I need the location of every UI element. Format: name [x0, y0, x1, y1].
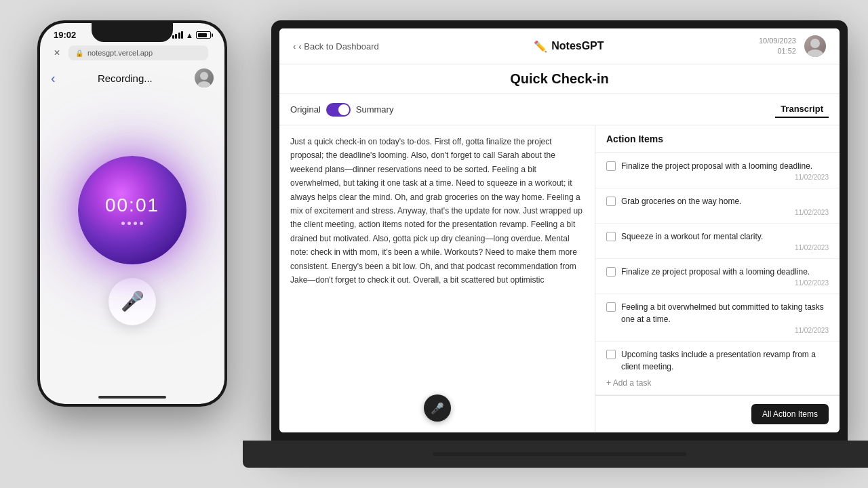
- back-arrow-icon: ‹: [293, 41, 296, 52]
- orb-timer: 00:01: [105, 195, 159, 216]
- action-item-text-3: Finalize ze project proposal with a loom…: [621, 266, 829, 278]
- phone-mic-icon: 🎤: [121, 290, 144, 312]
- back-to-dashboard-link[interactable]: ‹ ‹ Back to Dashboard: [293, 41, 379, 52]
- notesgpt-logo-icon: ✏️: [534, 40, 547, 53]
- orb-dots: [121, 222, 143, 225]
- action-item-checkbox-1[interactable]: [606, 197, 616, 206]
- action-item-date-2: 11/02/2023: [606, 243, 829, 251]
- transcript-text: Just a quick check-in on today's to-dos.…: [290, 135, 584, 287]
- action-item-text-5: Upcoming tasks include a presentation re…: [621, 348, 829, 371]
- action-item-checkbox-5[interactable]: [606, 350, 616, 359]
- tabs-row: Original Summary Transcript: [279, 94, 840, 125]
- phone-user-avatar: [195, 68, 214, 87]
- toggle-switch[interactable]: [326, 103, 351, 117]
- action-item: Grab groceries on the way home. 11/02/20…: [595, 188, 840, 224]
- header-right: 10/09/2023 01:52: [759, 35, 826, 57]
- toggle-group: Original Summary: [290, 103, 393, 117]
- action-item-text-2: Squeeze in a workout for mental clarity.: [621, 230, 829, 243]
- add-task-row[interactable]: + Add a task: [595, 371, 840, 395]
- signal-bars-icon: [172, 31, 184, 39]
- laptop-device: ‹ ‹ Back to Dashboard ✏️ NotesGPT 10/09/…: [271, 20, 848, 468]
- action-item-text-0: Finalize the project proposal with a loo…: [621, 160, 829, 172]
- phone-recording-title: Recording...: [56, 73, 195, 84]
- action-item-checkbox-4[interactable]: [606, 302, 616, 312]
- wifi-icon: ▲: [186, 31, 193, 39]
- transcript-panel[interactable]: Just a quick check-in on today's to-dos.…: [279, 125, 595, 432]
- orb-container: 00:01 🎤: [40, 90, 224, 390]
- phone-url-text: notesgpt.vercel.app: [87, 49, 153, 57]
- scene: 19:02 ▲ ✕ 🔒 notesgpt.vercel.app: [0, 0, 868, 488]
- phone-close-button[interactable]: ✕: [54, 48, 60, 58]
- phone-device: 19:02 ▲ ✕ 🔒 notesgpt.vercel.app: [37, 20, 227, 407]
- action-item: Finalize ze project proposal with a loom…: [595, 259, 840, 294]
- svg-point-0: [200, 72, 208, 80]
- phone-nav: ‹ Recording...: [40, 66, 224, 90]
- action-item: Feeling a bit overwhelmed but committed …: [595, 294, 840, 342]
- phone-mic-button[interactable]: 🎤: [108, 278, 156, 325]
- phone-home-indicator: [40, 390, 224, 404]
- svg-point-2: [810, 39, 820, 48]
- back-label: ‹ Back to Dashboard: [298, 41, 379, 52]
- laptop-hinge: [433, 452, 686, 456]
- action-items-panel: Action Items Finalize the project propos…: [595, 125, 840, 432]
- transcript-tab[interactable]: Transcript: [775, 101, 829, 118]
- action-item-checkbox-3[interactable]: [606, 267, 616, 277]
- notesgpt-logo-text: NotesGPT: [551, 40, 604, 52]
- action-item-checkbox-0[interactable]: [606, 161, 616, 171]
- battery-icon: [196, 31, 211, 39]
- action-item: Upcoming tasks include a presentation re…: [595, 342, 840, 371]
- recording-orb: 00:01: [78, 156, 186, 264]
- add-task-label: + Add a task: [606, 378, 651, 388]
- action-panel-footer: All Action Items: [595, 395, 840, 432]
- action-item-date-0: 11/02/2023: [606, 172, 829, 181]
- original-tab-label[interactable]: Original: [290, 104, 321, 115]
- header-date: 10/09/2023 01:52: [759, 36, 796, 57]
- action-items-header: Action Items: [595, 125, 840, 153]
- svg-point-1: [197, 81, 211, 87]
- action-item-date-4: 11/02/2023: [606, 325, 829, 334]
- action-items-list: Finalize the project proposal with a loo…: [595, 153, 840, 371]
- action-item-text-4: Feeling a bit overwhelmed but committed …: [621, 301, 829, 325]
- app-content: Just a quick check-in on today's to-dos.…: [279, 125, 840, 432]
- action-item-checkbox-2[interactable]: [606, 232, 616, 241]
- action-item: Finalize the project proposal with a loo…: [595, 153, 840, 188]
- summary-tab-label[interactable]: Summary: [356, 104, 394, 115]
- phone-url-bar[interactable]: 🔒 notesgpt.vercel.app: [68, 45, 208, 60]
- phone-time: 19:02: [54, 30, 76, 40]
- svg-point-3: [807, 49, 823, 57]
- action-item-text-1: Grab groceries on the way home.: [621, 195, 829, 207]
- lock-icon: 🔒: [75, 49, 83, 57]
- laptop-base: [243, 441, 869, 468]
- phone-notch: [92, 23, 173, 42]
- all-action-items-button[interactable]: All Action Items: [751, 404, 829, 424]
- laptop-screen: ‹ ‹ Back to Dashboard ✏️ NotesGPT 10/09/…: [279, 28, 840, 432]
- app-logo: ✏️ NotesGPT: [534, 40, 604, 53]
- user-avatar[interactable]: [804, 35, 826, 57]
- page-title: Quick Check-in: [293, 71, 826, 87]
- app-header: ‹ ‹ Back to Dashboard ✏️ NotesGPT 10/09/…: [279, 28, 840, 64]
- phone-back-button[interactable]: ‹: [51, 70, 56, 86]
- action-item-date-1: 11/02/2023: [606, 207, 829, 216]
- transcript-mic-button[interactable]: 🎤: [424, 394, 451, 422]
- action-item-date-3: 11/02/2023: [606, 278, 829, 287]
- action-item: Squeeze in a workout for mental clarity.…: [595, 224, 840, 259]
- transcript-mic-icon: 🎤: [431, 399, 444, 418]
- app-title-bar: Quick Check-in: [279, 64, 840, 94]
